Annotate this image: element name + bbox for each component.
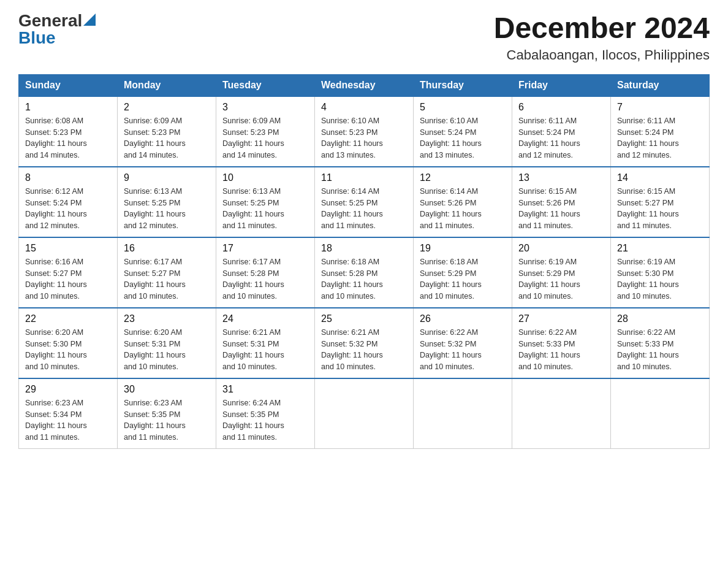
weekday-header-friday: Friday	[512, 74, 611, 96]
calendar-cell: 24 Sunrise: 6:21 AMSunset: 5:31 PMDaylig…	[216, 308, 315, 378]
day-info: Sunrise: 6:22 AMSunset: 5:33 PMDaylight:…	[617, 328, 679, 371]
calendar-cell: 3 Sunrise: 6:09 AMSunset: 5:23 PMDayligh…	[216, 96, 315, 167]
calendar-cell: 10 Sunrise: 6:13 AMSunset: 5:25 PMDaylig…	[216, 167, 315, 237]
day-number: 16	[124, 243, 210, 254]
calendar-cell: 23 Sunrise: 6:20 AMSunset: 5:31 PMDaylig…	[118, 308, 216, 378]
calendar-cell: 29 Sunrise: 6:23 AMSunset: 5:34 PMDaylig…	[19, 378, 118, 449]
day-info: Sunrise: 6:23 AMSunset: 5:35 PMDaylight:…	[124, 399, 186, 442]
day-number: 5	[420, 102, 506, 113]
calendar-cell: 13 Sunrise: 6:15 AMSunset: 5:26 PMDaylig…	[512, 167, 611, 237]
day-info: Sunrise: 6:18 AMSunset: 5:28 PMDaylight:…	[321, 258, 383, 301]
calendar-cell: 17 Sunrise: 6:17 AMSunset: 5:28 PMDaylig…	[216, 237, 315, 308]
day-number: 30	[124, 384, 210, 395]
day-info: Sunrise: 6:24 AMSunset: 5:35 PMDaylight:…	[222, 399, 284, 442]
day-info: Sunrise: 6:21 AMSunset: 5:31 PMDaylight:…	[222, 328, 284, 371]
day-info: Sunrise: 6:16 AMSunset: 5:27 PMDaylight:…	[25, 258, 87, 301]
calendar-cell: 26 Sunrise: 6:22 AMSunset: 5:32 PMDaylig…	[414, 308, 512, 378]
day-info: Sunrise: 6:09 AMSunset: 5:23 PMDaylight:…	[124, 117, 186, 159]
logo-triangle-icon	[83, 13, 96, 26]
weekday-header-thursday: Thursday	[414, 74, 512, 96]
day-number: 10	[222, 172, 308, 183]
day-number: 20	[518, 243, 604, 254]
day-number: 19	[420, 243, 506, 254]
calendar-week-row: 22 Sunrise: 6:20 AMSunset: 5:30 PMDaylig…	[19, 308, 710, 378]
calendar-cell: 16 Sunrise: 6:17 AMSunset: 5:27 PMDaylig…	[118, 237, 216, 308]
calendar-cell	[611, 378, 710, 449]
day-number: 27	[518, 313, 604, 324]
svg-marker-0	[83, 13, 96, 26]
day-info: Sunrise: 6:11 AMSunset: 5:24 PMDaylight:…	[518, 117, 580, 159]
calendar-cell: 6 Sunrise: 6:11 AMSunset: 5:24 PMDayligh…	[512, 96, 611, 167]
weekday-header-wednesday: Wednesday	[315, 74, 414, 96]
calendar-cell: 25 Sunrise: 6:21 AMSunset: 5:32 PMDaylig…	[315, 308, 414, 378]
day-number: 26	[420, 313, 506, 324]
day-number: 12	[420, 172, 506, 183]
calendar-cell: 7 Sunrise: 6:11 AMSunset: 5:24 PMDayligh…	[611, 96, 710, 167]
day-info: Sunrise: 6:14 AMSunset: 5:25 PMDaylight:…	[321, 187, 383, 230]
weekday-header-monday: Monday	[118, 74, 216, 96]
day-number: 25	[321, 313, 407, 324]
day-info: Sunrise: 6:19 AMSunset: 5:29 PMDaylight:…	[518, 258, 580, 301]
day-info: Sunrise: 6:17 AMSunset: 5:27 PMDaylight:…	[124, 258, 186, 301]
day-info: Sunrise: 6:08 AMSunset: 5:23 PMDaylight:…	[25, 117, 87, 159]
calendar-cell: 21 Sunrise: 6:19 AMSunset: 5:30 PMDaylig…	[611, 237, 710, 308]
day-info: Sunrise: 6:13 AMSunset: 5:25 PMDaylight:…	[222, 187, 284, 230]
day-number: 2	[124, 102, 210, 113]
weekday-header-tuesday: Tuesday	[216, 74, 315, 96]
calendar-cell: 14 Sunrise: 6:15 AMSunset: 5:27 PMDaylig…	[611, 167, 710, 237]
day-info: Sunrise: 6:14 AMSunset: 5:26 PMDaylight:…	[420, 187, 482, 230]
logo-blue: Blue	[18, 29, 56, 47]
calendar-cell: 28 Sunrise: 6:22 AMSunset: 5:33 PMDaylig…	[611, 308, 710, 378]
calendar-cell: 18 Sunrise: 6:18 AMSunset: 5:28 PMDaylig…	[315, 237, 414, 308]
calendar-table: SundayMondayTuesdayWednesdayThursdayFrid…	[18, 74, 710, 449]
day-info: Sunrise: 6:19 AMSunset: 5:30 PMDaylight:…	[617, 258, 679, 301]
day-number: 6	[518, 102, 604, 113]
calendar-cell	[512, 378, 611, 449]
calendar-cell: 19 Sunrise: 6:18 AMSunset: 5:29 PMDaylig…	[414, 237, 512, 308]
day-number: 1	[25, 102, 111, 113]
calendar-cell: 12 Sunrise: 6:14 AMSunset: 5:26 PMDaylig…	[414, 167, 512, 237]
location-title: Cabalaoangan, Ilocos, Philippines	[494, 47, 710, 63]
day-info: Sunrise: 6:12 AMSunset: 5:24 PMDaylight:…	[25, 187, 87, 230]
day-info: Sunrise: 6:10 AMSunset: 5:24 PMDaylight:…	[420, 117, 482, 159]
day-number: 29	[25, 384, 111, 395]
weekday-header-saturday: Saturday	[611, 74, 710, 96]
day-number: 8	[25, 172, 111, 183]
title-block: December 2024 Cabalaoangan, Ilocos, Phil…	[494, 12, 710, 63]
day-number: 13	[518, 172, 604, 183]
calendar-cell: 8 Sunrise: 6:12 AMSunset: 5:24 PMDayligh…	[19, 167, 118, 237]
day-number: 17	[222, 243, 308, 254]
calendar-cell: 4 Sunrise: 6:10 AMSunset: 5:23 PMDayligh…	[315, 96, 414, 167]
day-number: 18	[321, 243, 407, 254]
calendar-cell: 11 Sunrise: 6:14 AMSunset: 5:25 PMDaylig…	[315, 167, 414, 237]
day-info: Sunrise: 6:15 AMSunset: 5:26 PMDaylight:…	[518, 187, 580, 230]
calendar-week-row: 8 Sunrise: 6:12 AMSunset: 5:24 PMDayligh…	[19, 167, 710, 237]
weekday-header-sunday: Sunday	[19, 74, 118, 96]
weekday-header-row: SundayMondayTuesdayWednesdayThursdayFrid…	[19, 74, 710, 96]
logo: General Blue	[18, 12, 96, 47]
logo-general: General	[18, 12, 82, 29]
day-info: Sunrise: 6:22 AMSunset: 5:32 PMDaylight:…	[420, 328, 482, 371]
day-info: Sunrise: 6:20 AMSunset: 5:30 PMDaylight:…	[25, 328, 87, 371]
calendar-cell: 20 Sunrise: 6:19 AMSunset: 5:29 PMDaylig…	[512, 237, 611, 308]
calendar-cell: 2 Sunrise: 6:09 AMSunset: 5:23 PMDayligh…	[118, 96, 216, 167]
calendar-cell: 30 Sunrise: 6:23 AMSunset: 5:35 PMDaylig…	[118, 378, 216, 449]
day-number: 9	[124, 172, 210, 183]
page-header: General Blue December 2024 Cabalaoangan,…	[18, 12, 710, 63]
day-info: Sunrise: 6:20 AMSunset: 5:31 PMDaylight:…	[124, 328, 186, 371]
calendar-cell: 27 Sunrise: 6:22 AMSunset: 5:33 PMDaylig…	[512, 308, 611, 378]
day-info: Sunrise: 6:11 AMSunset: 5:24 PMDaylight:…	[617, 117, 679, 159]
day-info: Sunrise: 6:18 AMSunset: 5:29 PMDaylight:…	[420, 258, 482, 301]
day-number: 28	[617, 313, 703, 324]
day-info: Sunrise: 6:22 AMSunset: 5:33 PMDaylight:…	[518, 328, 580, 371]
day-number: 24	[222, 313, 308, 324]
month-title: December 2024	[494, 12, 710, 45]
calendar-cell: 5 Sunrise: 6:10 AMSunset: 5:24 PMDayligh…	[414, 96, 512, 167]
calendar-week-row: 1 Sunrise: 6:08 AMSunset: 5:23 PMDayligh…	[19, 96, 710, 167]
day-info: Sunrise: 6:23 AMSunset: 5:34 PMDaylight:…	[25, 399, 87, 442]
calendar-cell: 22 Sunrise: 6:20 AMSunset: 5:30 PMDaylig…	[19, 308, 118, 378]
day-number: 7	[617, 102, 703, 113]
calendar-cell	[315, 378, 414, 449]
calendar-cell: 1 Sunrise: 6:08 AMSunset: 5:23 PMDayligh…	[19, 96, 118, 167]
calendar-cell: 31 Sunrise: 6:24 AMSunset: 5:35 PMDaylig…	[216, 378, 315, 449]
